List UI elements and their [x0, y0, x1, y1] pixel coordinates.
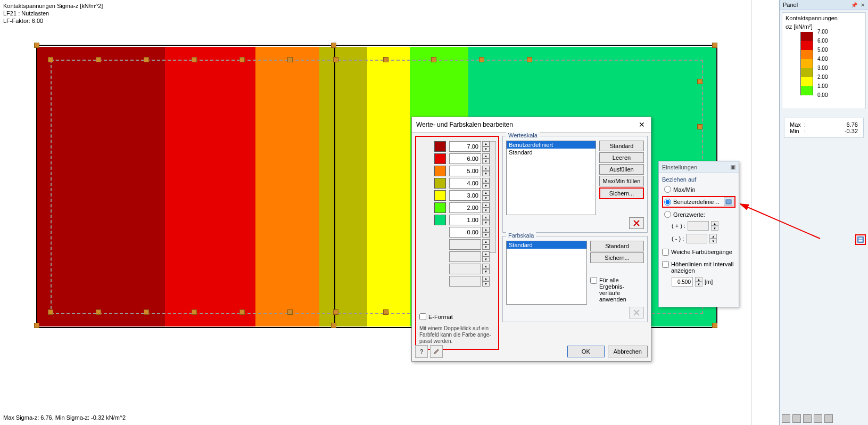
list-item[interactable]: Standard [507, 149, 596, 156]
ws-standard-button[interactable]: Standard [599, 141, 644, 151]
ref-userdef-radio[interactable] [664, 199, 671, 206]
node-marker[interactable] [34, 43, 39, 48]
grid-marker[interactable] [383, 57, 388, 62]
fb-delete-button[interactable] [629, 307, 644, 318]
value-input[interactable] [449, 202, 481, 213]
grid-marker[interactable] [383, 309, 388, 315]
ok-button[interactable]: OK [567, 346, 605, 357]
grid-marker[interactable] [527, 57, 532, 62]
color-swatch[interactable] [434, 215, 446, 225]
toolbar-icon[interactable] [803, 414, 812, 423]
value-input[interactable] [449, 264, 481, 274]
interval-spinner[interactable]: ▲▼ [695, 277, 702, 287]
grid-marker[interactable] [192, 309, 197, 315]
color-swatch[interactable] [434, 190, 446, 201]
value-spinner[interactable]: ▲▼ [482, 190, 490, 201]
value-input[interactable] [449, 215, 481, 225]
value-input[interactable] [449, 276, 481, 287]
node-marker[interactable] [34, 323, 39, 328]
minus-spinner[interactable]: ▲▼ [709, 234, 717, 243]
toolbar-icon[interactable] [782, 414, 790, 423]
help-button[interactable]: ? [415, 345, 428, 358]
ref-limits-radio[interactable] [664, 211, 671, 218]
plus-spinner[interactable]: ▲▼ [711, 221, 718, 231]
minus-input[interactable] [686, 234, 707, 243]
value-input[interactable] [449, 178, 481, 189]
toolbar-icon[interactable] [814, 414, 822, 423]
grid-marker[interactable] [144, 57, 149, 62]
grid-marker[interactable] [431, 57, 436, 62]
grid-marker[interactable] [287, 309, 293, 315]
ws-empty-button[interactable]: Leeren [599, 152, 644, 163]
grid-marker[interactable] [479, 57, 484, 62]
grid-marker[interactable] [333, 57, 338, 62]
range-slider[interactable] [490, 141, 496, 253]
werteskala-list[interactable]: BenutzerdefiniertStandard [506, 141, 596, 215]
node-marker[interactable] [712, 323, 717, 328]
grid-marker[interactable] [144, 309, 149, 315]
e-format-checkbox[interactable] [419, 313, 426, 320]
value-spinner[interactable]: ▲▼ [482, 202, 490, 213]
grid-marker[interactable] [48, 309, 53, 315]
grid-marker[interactable] [697, 124, 702, 129]
list-item[interactable]: Standard [507, 241, 586, 249]
grid-marker[interactable] [333, 309, 338, 315]
plus-input[interactable] [688, 221, 709, 231]
value-spinner[interactable]: ▲▼ [482, 153, 490, 164]
grid-marker[interactable] [239, 57, 245, 62]
color-swatch[interactable] [434, 178, 446, 189]
grid-marker[interactable] [48, 57, 53, 62]
color-swatch[interactable] [434, 153, 446, 164]
grid-marker[interactable] [96, 57, 101, 62]
grid-marker[interactable] [96, 309, 101, 315]
value-input[interactable] [449, 166, 481, 176]
value-spinner[interactable]: ▲▼ [482, 141, 490, 152]
node-marker[interactable] [712, 43, 717, 48]
value-spinner[interactable]: ▲▼ [482, 215, 490, 225]
farbskala-list[interactable]: Standard [506, 241, 587, 305]
fb-standard-button[interactable]: Standard [590, 241, 644, 251]
color-swatch[interactable] [434, 141, 446, 152]
contour-checkbox[interactable] [662, 261, 669, 268]
color-swatch[interactable] [434, 202, 446, 213]
cancel-button[interactable]: Abbrechen [608, 346, 648, 357]
settings-popover[interactable]: Einstellungen ▣ Beziehen auf Max/Min Ben… [658, 161, 739, 307]
dialog-titlebar[interactable]: Werte- und Farbskalen bearbeiten ✕ [412, 117, 651, 133]
value-input[interactable] [449, 239, 481, 250]
close-icon[interactable]: ✕ [861, 2, 865, 8]
popover-collapse-icon[interactable]: ▣ [730, 164, 735, 170]
grid-marker[interactable] [287, 57, 293, 62]
node-marker[interactable] [331, 43, 336, 48]
toolbar-icon[interactable] [824, 414, 833, 423]
list-item[interactable]: Benutzerdefiniert [507, 141, 596, 149]
ws-delete-button[interactable] [629, 217, 644, 229]
interval-input[interactable] [672, 277, 693, 287]
fb-save-button[interactable]: Sichern... [590, 252, 644, 263]
ws-fill-button[interactable]: Ausfüllen [599, 164, 644, 175]
value-input[interactable] [449, 251, 481, 262]
grid-marker[interactable] [239, 309, 245, 315]
value-spinner[interactable]: ▲▼ [482, 264, 490, 274]
value-spinner[interactable]: ▲▼ [482, 166, 490, 176]
grid-marker[interactable] [192, 57, 197, 62]
value-spinner[interactable]: ▲▼ [482, 239, 490, 250]
toolbar-icon[interactable] [792, 414, 801, 423]
value-input[interactable] [449, 190, 481, 201]
fb-applyall-checkbox[interactable] [590, 277, 597, 284]
node-marker[interactable] [331, 323, 336, 328]
value-spinner[interactable]: ▲▼ [482, 227, 490, 238]
value-spinner[interactable]: ▲▼ [482, 276, 490, 287]
value-spinner[interactable]: ▲▼ [482, 251, 490, 262]
ws-save-button[interactable]: Sichern... [599, 187, 644, 199]
grid-marker[interactable] [697, 79, 702, 84]
value-input[interactable] [449, 153, 481, 164]
edit-button[interactable] [430, 345, 443, 358]
ws-maxmin-button[interactable]: Max/Min füllen [599, 176, 644, 186]
value-input[interactable] [449, 141, 481, 152]
smooth-checkbox[interactable] [662, 249, 669, 256]
value-input[interactable] [449, 227, 481, 238]
ref-maxmin-radio[interactable] [664, 186, 671, 193]
value-spinner[interactable]: ▲▼ [482, 178, 490, 189]
userdef-edit-icon[interactable] [724, 198, 733, 206]
close-icon[interactable]: ✕ [637, 120, 647, 129]
